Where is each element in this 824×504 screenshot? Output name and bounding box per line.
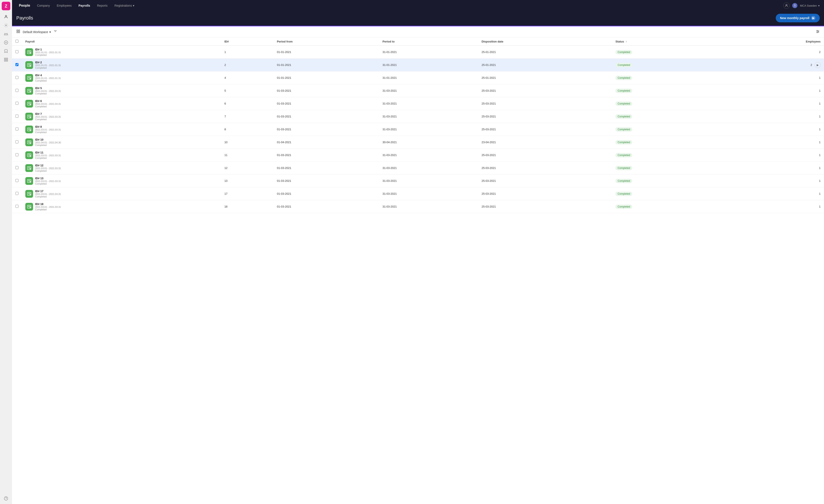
table-row: ID# 18 2021.03.01 - 2021.03.31 Completed… (12, 200, 824, 213)
row-checkbox[interactable] (15, 166, 18, 169)
payroll-date-range: 2021.03.01 - 2021.03.31 (35, 90, 61, 92)
col-status[interactable]: Status ↑ (612, 37, 723, 46)
row-payroll[interactable]: ID# 7 2021.03.01 - 2021.03.31 Completed (22, 110, 221, 123)
nav-people[interactable]: People (16, 2, 33, 9)
row-payroll[interactable]: ID# 17 2021.03.01 - 2021.03.31 Completed (22, 187, 221, 200)
payroll-id-label: ID# 8 (35, 125, 61, 128)
row-disposition-date: 25-03-2021 (478, 187, 612, 200)
payroll-icon (25, 190, 33, 198)
content-header: Payrolls New monthly payroll ▶ (12, 11, 824, 26)
nav-payrolls[interactable]: Payrolls (76, 3, 93, 9)
row-disposition-date: 25-03-2021 (478, 200, 612, 213)
payroll-date-range: 2021.01.01 - 2021.01.31 (35, 77, 61, 79)
row-employees: 1 (723, 110, 824, 123)
company-selector[interactable]: MCA Sweden ▾ (800, 4, 820, 7)
row-checkbox[interactable] (15, 115, 18, 118)
new-monthly-payroll-button[interactable]: New monthly payroll ▶ (776, 14, 820, 22)
row-checkbox-cell (12, 200, 22, 213)
row-checkbox[interactable] (15, 140, 18, 143)
row-checkbox[interactable] (15, 50, 18, 53)
column-settings-icon[interactable] (816, 30, 820, 34)
nav-registrations[interactable]: Registrations ▾ (112, 3, 137, 9)
row-period-from: 01-03-2021 (273, 200, 379, 213)
row-status: Completed (612, 72, 723, 84)
play-button[interactable]: ▶ (815, 62, 821, 68)
row-checkbox[interactable] (15, 76, 18, 79)
payroll-id-label: ID# 2 (35, 61, 61, 64)
status-badge: Completed (615, 63, 632, 67)
row-payroll[interactable]: ID# 18 2021.03.01 - 2021.03.31 Completed (22, 200, 221, 213)
row-checkbox[interactable] (15, 192, 18, 195)
payroll-id-label: ID# 18 (35, 202, 61, 206)
status-badge: Completed (615, 76, 632, 80)
sidebar-icon-add[interactable] (2, 39, 10, 46)
notification-badge[interactable]: 5 (792, 3, 797, 8)
row-payroll[interactable]: ID# 13 2021.03.01 - 2021.03.31 Completed (22, 175, 221, 187)
row-checkbox[interactable] (15, 205, 18, 208)
sidebar-icon-user[interactable] (2, 13, 10, 21)
sidebar-icon-help[interactable] (2, 495, 10, 502)
row-checkbox[interactable] (15, 179, 18, 182)
row-period-to: 30-04-2021 (379, 136, 478, 149)
row-period-from: 01-03-2021 (273, 175, 379, 187)
row-payroll[interactable]: ID# 5 2021.03.01 - 2021.03.31 Completed (22, 84, 221, 97)
row-disposition-date: 25-03-2021 (478, 97, 612, 110)
payroll-id-label: ID# 17 (35, 190, 61, 193)
nav-reports[interactable]: Reports (94, 3, 110, 9)
status-badge: Completed (615, 153, 632, 157)
select-all-checkbox[interactable] (15, 40, 18, 43)
workspace-name: Default Workspace (23, 30, 48, 34)
row-payroll[interactable]: ID# 12 2021.03.01 - 2021.03.31 Completed (22, 162, 221, 175)
sidebar-icon-crown[interactable] (2, 30, 10, 38)
row-payroll[interactable]: ID# 8 2021.03.01 - 2021.03.31 Completed (22, 123, 221, 136)
svg-point-23 (818, 31, 819, 32)
row-checkbox[interactable] (15, 63, 18, 66)
row-employees: 1 (723, 175, 824, 187)
svg-rect-12 (17, 30, 18, 31)
payroll-date-range: 2021.01.01 - 2021.01.31 (35, 51, 61, 54)
grid-view-icon[interactable] (16, 29, 20, 34)
filter-icon[interactable] (54, 30, 57, 34)
row-disposition-date: 25-03-2021 (478, 162, 612, 175)
sidebar-icon-settings[interactable] (2, 21, 10, 29)
row-period-from: 01-01-2021 (273, 46, 379, 59)
col-payroll: Payroll (22, 37, 221, 46)
row-payroll[interactable]: ID# 4 2021.01.01 - 2021.01.31 Completed (22, 72, 221, 84)
table-row: ID# 2 2021.01.01 - 2021.01.31 Completed … (12, 59, 824, 72)
row-status: Completed (612, 187, 723, 200)
brand-logo: Z (2, 2, 10, 10)
payroll-id-label: ID# 10 (35, 138, 61, 141)
payroll-id-label: ID# 12 (35, 164, 61, 167)
row-payroll[interactable]: ID# 10 2021.04.01 - 2021.04.30 Completed (22, 136, 221, 149)
svg-point-0 (5, 15, 7, 17)
row-payroll[interactable]: ID# 2 2021.01.01 - 2021.01.31 Completed (22, 59, 221, 72)
nav-employees[interactable]: Employees (54, 3, 74, 9)
chevron-down-icon: ▾ (133, 4, 134, 7)
row-employees: 1 (723, 200, 824, 213)
row-period-from: 01-01-2021 (273, 72, 379, 84)
row-period-from: 01-03-2021 (273, 149, 379, 162)
row-period-from: 01-03-2021 (273, 84, 379, 97)
svg-point-68 (30, 181, 31, 182)
sidebar-icon-bookmark[interactable] (2, 47, 10, 55)
row-checkbox[interactable] (15, 153, 18, 156)
row-payroll[interactable]: ID# 6 2021.03.01 - 2021.03.31 Completed (22, 97, 221, 110)
payroll-id-label: ID# 5 (35, 87, 61, 90)
row-period-to: 31-03-2021 (379, 162, 478, 175)
payroll-date-range: 2021.03.01 - 2021.03.31 (35, 193, 61, 195)
row-id-num: 17 (221, 187, 274, 200)
payroll-icon (25, 74, 33, 82)
row-payroll[interactable]: ID# 1 2021.01.01 - 2021.01.31 Completed (22, 46, 221, 59)
user-avatar[interactable] (783, 2, 790, 9)
workspace-selector[interactable]: Default Workspace ▾ (23, 30, 51, 34)
payroll-status-text: Completed (35, 208, 61, 211)
row-payroll[interactable]: ID# 11 2021.03.01 - 2021.03.31 Completed (22, 149, 221, 162)
row-checkbox[interactable] (15, 127, 18, 130)
row-checkbox[interactable] (15, 102, 18, 105)
row-checkbox[interactable] (15, 89, 18, 92)
row-id-num: 6 (221, 97, 274, 110)
row-period-to: 31-03-2021 (379, 149, 478, 162)
sidebar-icon-grid[interactable] (2, 56, 10, 64)
nav-company[interactable]: Company (34, 3, 53, 9)
row-employees: 1 (723, 123, 824, 136)
